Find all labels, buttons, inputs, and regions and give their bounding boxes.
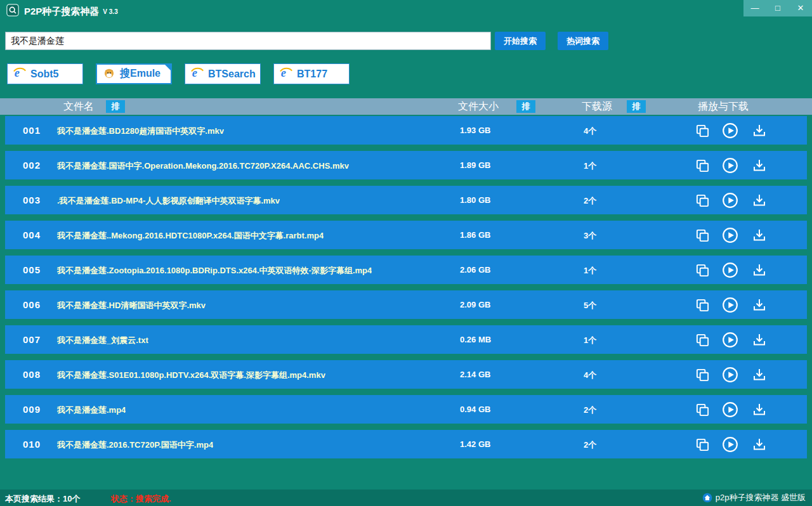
- engine-tab-sobt5[interactable]: e Sobt5: [7, 63, 83, 84]
- source-count: 4个: [584, 126, 596, 137]
- download-icon[interactable]: [751, 401, 768, 418]
- play-icon[interactable]: [722, 401, 738, 418]
- row-number: 004: [23, 230, 41, 240]
- app-icon: [6, 4, 19, 16]
- table-row[interactable]: 008我不是潘金莲.S01E01.1080p.HDTV.x264.双语字幕.深影…: [5, 360, 807, 389]
- download-icon[interactable]: [751, 192, 768, 209]
- window-controls: — □ ✕: [743, 0, 812, 16]
- copy-icon[interactable]: [694, 122, 710, 139]
- table-row[interactable]: 005我不是潘金莲.Zootopia.2016.1080p.BDRip.DTS.…: [5, 256, 807, 284]
- play-icon[interactable]: [722, 192, 738, 209]
- download-icon[interactable]: [751, 436, 768, 453]
- maximize-button[interactable]: □: [766, 0, 789, 16]
- table-row[interactable]: 001我不是潘金莲.BD1280超清国语中英双字.mkv1.93 GB4个: [5, 116, 807, 145]
- engine-tab-emule[interactable]: 搜Emule: [96, 63, 172, 84]
- play-icon[interactable]: [722, 332, 738, 348]
- source-count: 1个: [584, 265, 596, 276]
- file-size: 2.06 GB: [460, 265, 490, 275]
- file-name: .我不是潘金莲.BD-MP4-人人影视原创翻译中英双语字幕.mkv: [57, 195, 280, 207]
- download-icon[interactable]: [751, 227, 768, 243]
- source-count: 5个: [584, 300, 596, 311]
- file-name: 我不是潘金莲.S01E01.1080p.HDTV.x264.双语字幕.深影字幕组…: [57, 370, 325, 381]
- download-icon[interactable]: [751, 157, 768, 174]
- header-filesize: 文件大小: [458, 98, 499, 115]
- row-number: 008: [23, 369, 41, 380]
- copy-icon[interactable]: [694, 297, 710, 313]
- download-icon[interactable]: [751, 332, 768, 348]
- copy-icon[interactable]: [694, 401, 710, 418]
- sort-by-size-button[interactable]: 排: [516, 100, 535, 113]
- file-size: 1.89 GB: [460, 160, 490, 170]
- copy-icon[interactable]: [694, 367, 710, 383]
- download-icon[interactable]: [751, 122, 768, 139]
- sort-by-name-button[interactable]: 排: [106, 100, 125, 113]
- table-row[interactable]: 004我不是潘金莲..Mekong.2016.HDTC1080P.x264.国语…: [5, 221, 807, 249]
- source-count: 2个: [584, 195, 596, 207]
- file-name: 我不是潘金莲.mp4: [57, 405, 126, 416]
- download-icon[interactable]: [751, 262, 768, 278]
- table-header: 文件名 排 文件大小 排 下载源 排 播放与下载: [0, 98, 812, 115]
- play-icon[interactable]: [722, 157, 738, 174]
- file-name: 我不是潘金莲.Zootopia.2016.1080p.BDRip.DTS.x26…: [57, 265, 372, 276]
- table-row[interactable]: 010我不是潘金莲.2016.TC720P.国语中字.mp41.42 GB2个: [5, 430, 807, 458]
- file-size: 1.93 GB: [460, 126, 490, 135]
- source-count: 2个: [584, 405, 596, 416]
- row-number: 005: [23, 264, 41, 275]
- title-bar: P2P种子搜索神器V 3.3 — □ ✕: [0, 0, 812, 22]
- file-name: 我不是潘金莲..Mekong.2016.HDTC1080P.x264.国语中文字…: [57, 230, 324, 242]
- header-actions: 播放与下载: [698, 98, 749, 115]
- hot-search-button[interactable]: 热词搜索: [558, 32, 608, 50]
- download-icon[interactable]: [751, 367, 768, 383]
- engine-label: BTSearch: [208, 68, 256, 80]
- emule-icon: [103, 67, 115, 82]
- row-number: 001: [23, 125, 41, 136]
- row-number: 007: [23, 334, 41, 345]
- ie-icon: e: [13, 67, 26, 82]
- ie-icon: e: [191, 67, 204, 82]
- file-name: 我不是潘金莲_刘震云.txt: [57, 335, 148, 346]
- table-row[interactable]: 007我不是潘金莲_刘震云.txt0.26 MB1个: [5, 325, 807, 354]
- table-row[interactable]: 003.我不是潘金莲.BD-MP4-人人影视原创翻译中英双语字幕.mkv1.80…: [5, 186, 807, 214]
- table-row[interactable]: 006我不是潘金莲.HD清晰国语中英双字.mkv2.09 GB5个: [5, 290, 807, 319]
- play-icon[interactable]: [722, 262, 738, 278]
- file-size: 1.86 GB: [460, 230, 490, 240]
- download-icon[interactable]: [751, 297, 768, 313]
- play-icon[interactable]: [722, 367, 738, 383]
- engine-tab-btsearch[interactable]: e BTSearch: [185, 63, 261, 84]
- file-name: 我不是潘金莲.2016.TC720P.国语中字.mp4: [57, 439, 213, 451]
- play-icon[interactable]: [722, 227, 738, 243]
- table-row[interactable]: 002我不是潘金莲.国语中字.Operation.Mekong.2016.TC7…: [5, 151, 807, 179]
- copy-icon[interactable]: [694, 157, 710, 174]
- search-input[interactable]: [5, 32, 491, 50]
- copy-icon[interactable]: [694, 227, 710, 243]
- start-search-button[interactable]: 开始搜索: [495, 32, 546, 50]
- row-number: 002: [23, 160, 41, 171]
- play-icon[interactable]: [722, 436, 738, 453]
- play-icon[interactable]: [722, 297, 738, 313]
- copy-icon[interactable]: [694, 192, 710, 209]
- minimize-button[interactable]: —: [743, 0, 766, 16]
- file-name: 我不是潘金莲.BD1280超清国语中英双字.mkv: [57, 126, 224, 137]
- result-count-label: 本页搜索结果：10个: [5, 493, 80, 505]
- source-count: 3个: [584, 230, 596, 242]
- sort-by-sources-button[interactable]: 排: [627, 100, 646, 113]
- status-label: 状态：搜索完成.: [111, 493, 171, 505]
- table-row[interactable]: 009我不是潘金莲.mp40.94 GB2个: [5, 395, 807, 424]
- copy-icon[interactable]: [694, 262, 710, 278]
- file-size: 2.14 GB: [460, 370, 490, 379]
- engine-label: BT177: [297, 68, 327, 80]
- header-sources: 下载源: [582, 98, 612, 115]
- source-count: 2个: [584, 439, 596, 451]
- window-version: V 3.3: [103, 8, 117, 15]
- play-icon[interactable]: [722, 122, 738, 139]
- row-number: 010: [23, 439, 41, 450]
- close-button[interactable]: ✕: [789, 0, 812, 16]
- engine-tab-bt177[interactable]: e BT177: [273, 63, 350, 84]
- copy-icon[interactable]: [694, 332, 710, 348]
- brand-label: p2p种子搜索神器 盛世版: [702, 492, 806, 503]
- file-size: 1.80 GB: [460, 195, 490, 205]
- row-number: 009: [23, 404, 41, 415]
- copy-icon[interactable]: [694, 436, 710, 453]
- status-bar: 本页搜索结果：10个 状态：搜索完成. p2p种子搜索神器 盛世版: [0, 490, 812, 506]
- results-list: 001我不是潘金莲.BD1280超清国语中英双字.mkv1.93 GB4个002…: [0, 116, 812, 465]
